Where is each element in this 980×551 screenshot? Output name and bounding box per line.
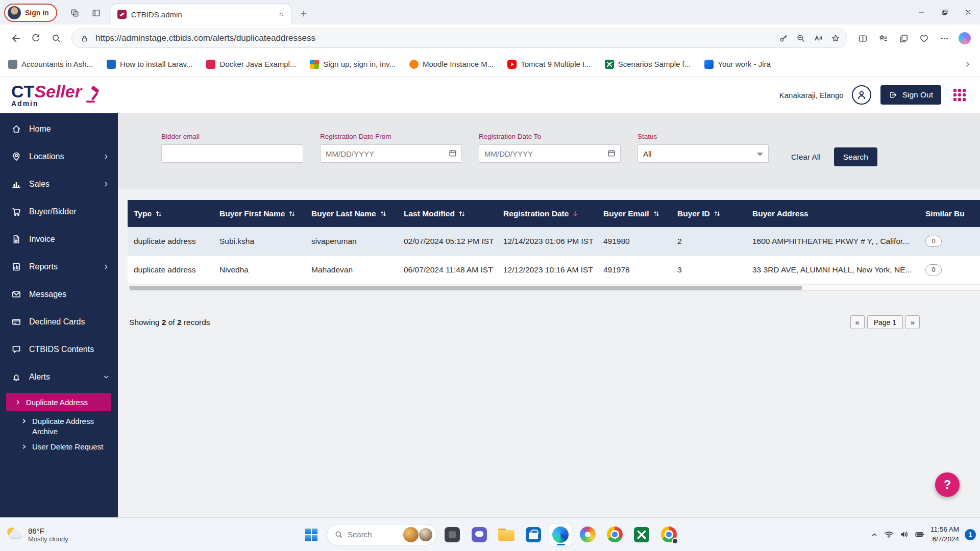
zoom-out-icon[interactable] bbox=[793, 30, 809, 46]
sidebar-item-reports[interactable]: Reports bbox=[0, 253, 118, 281]
similar-count-badge[interactable]: 0 bbox=[925, 236, 942, 247]
sidebar-subitem-user-delete-request[interactable]: User Delete Request bbox=[6, 442, 111, 451]
address-bar[interactable]: https://adminstage.ctbids.com/alerts/dup… bbox=[71, 29, 847, 48]
column-header-buyer-first-name[interactable]: Buyer First Name bbox=[213, 200, 305, 227]
registration-date-from-filter: Registration Date From bbox=[320, 133, 462, 189]
first-page-button[interactable]: « bbox=[850, 315, 865, 329]
bookmark-item[interactable]: Tomcat 9 Multiple I... bbox=[507, 60, 591, 69]
column-header-buyer-address[interactable]: Buyer Address bbox=[746, 200, 919, 227]
clock[interactable]: 11:56 AM 6/7/2024 bbox=[930, 525, 959, 543]
app-logo[interactable]: CTSeller Admin bbox=[11, 83, 103, 108]
tab-list-icon[interactable] bbox=[89, 5, 104, 20]
taskbar-app-edge[interactable] bbox=[549, 523, 572, 546]
collections-icon[interactable] bbox=[894, 29, 913, 47]
date-to-input[interactable] bbox=[479, 144, 621, 163]
sidebar-item-sales[interactable]: Sales bbox=[0, 170, 118, 198]
last-page-button[interactable]: » bbox=[905, 315, 920, 329]
horizontal-scrollbar[interactable] bbox=[128, 284, 980, 290]
column-header-buyer-last-name[interactable]: Buyer Last Name bbox=[305, 200, 398, 227]
hidden-icons-chevron-icon[interactable] bbox=[870, 531, 878, 539]
taskbar-app-chrome-profile[interactable] bbox=[657, 523, 680, 546]
status-select[interactable]: All bbox=[638, 144, 769, 163]
sign-out-button[interactable]: Sign Out bbox=[880, 85, 941, 105]
copilot-icon[interactable] bbox=[955, 29, 974, 47]
taskbar-app-chrome[interactable] bbox=[603, 523, 626, 546]
browser-profile-button[interactable]: Sign in bbox=[4, 4, 57, 22]
settings-more-icon[interactable] bbox=[935, 29, 953, 47]
bookmark-item[interactable]: Accountants in Ash... bbox=[8, 60, 93, 69]
close-button[interactable] bbox=[957, 0, 980, 24]
user-avatar-icon[interactable] bbox=[852, 85, 871, 105]
sidebar-item-home[interactable]: Home bbox=[0, 115, 118, 143]
column-header-buyer-email[interactable]: Buyer Email bbox=[597, 200, 671, 227]
volume-icon[interactable] bbox=[899, 530, 909, 539]
sidebar-item-declined-cards[interactable]: Declined Cards bbox=[0, 308, 118, 336]
sidebar-item-alerts[interactable]: Alerts bbox=[0, 363, 118, 391]
sidebar-subitem-duplicate-address-archive[interactable]: Duplicate Address Archive bbox=[6, 416, 111, 437]
search-button[interactable]: Search bbox=[834, 147, 877, 166]
bookmark-item[interactable]: How to install Larav... bbox=[107, 60, 192, 69]
add-favorite-star-icon[interactable] bbox=[827, 30, 844, 46]
column-header-buyer-id[interactable]: Buyer ID bbox=[671, 200, 746, 227]
taskbar-app-file-explorer[interactable] bbox=[495, 523, 518, 546]
search-highlight-thumbnail-icon[interactable] bbox=[418, 527, 433, 542]
start-button[interactable] bbox=[300, 523, 323, 546]
taskbar-search-input[interactable] bbox=[348, 530, 399, 539]
taskbar-app-dark[interactable] bbox=[440, 523, 464, 546]
sidebar-item-ctbids-contents[interactable]: CTBIDS Contents bbox=[0, 336, 118, 363]
help-button[interactable]: ? bbox=[935, 472, 960, 497]
notification-count-badge[interactable]: 1 bbox=[965, 529, 976, 540]
search-icon[interactable] bbox=[47, 29, 65, 47]
calendar-icon[interactable] bbox=[607, 148, 616, 158]
sidebar-item-buyer-bidder[interactable]: Buyer/Bidder bbox=[0, 198, 118, 226]
column-header-type[interactable]: Type bbox=[128, 200, 213, 227]
table-row[interactable]: duplicate address Subi.ksha sivaperuman … bbox=[128, 227, 980, 256]
taskbar-app-teams[interactable] bbox=[468, 523, 491, 546]
wifi-icon[interactable] bbox=[884, 530, 894, 539]
taskbar-app-excel[interactable] bbox=[630, 523, 653, 546]
app-grid-icon[interactable] bbox=[953, 89, 966, 101]
split-screen-icon[interactable] bbox=[853, 29, 872, 47]
refresh-icon[interactable] bbox=[27, 29, 45, 47]
browser-essentials-icon[interactable] bbox=[915, 29, 933, 47]
tab-close-icon[interactable] bbox=[276, 9, 287, 20]
back-icon[interactable] bbox=[6, 29, 24, 47]
sidebar-item-invoice[interactable]: Invoice bbox=[0, 226, 118, 253]
clear-all-button[interactable]: Clear All bbox=[791, 147, 821, 189]
date-from-input[interactable] bbox=[320, 144, 462, 163]
table-row[interactable]: duplicate address Nivedha Mahadevan 06/0… bbox=[128, 256, 980, 284]
scrollbar-thumb[interactable] bbox=[129, 286, 802, 290]
weather-widget[interactable]: 86°F Mostly cloudy bbox=[6, 527, 68, 543]
sidebar-item-messages[interactable]: Messages bbox=[0, 281, 118, 308]
column-header-similar-buyer[interactable]: Similar Bu bbox=[919, 200, 980, 227]
bookmark-item[interactable]: Docker Java Exampl... bbox=[206, 60, 296, 69]
sidebar-item-locations[interactable]: Locations bbox=[0, 143, 118, 170]
minimize-button[interactable] bbox=[910, 0, 933, 24]
sidebar-subitem-duplicate-address[interactable]: Duplicate Address bbox=[6, 393, 111, 411]
read-aloud-icon[interactable] bbox=[810, 30, 826, 46]
bidder-email-input[interactable] bbox=[161, 144, 303, 163]
calendar-icon[interactable] bbox=[448, 148, 457, 158]
workspaces-icon[interactable] bbox=[67, 5, 83, 20]
site-info-lock-icon[interactable] bbox=[76, 30, 92, 46]
similar-count-badge[interactable]: 0 bbox=[925, 264, 942, 276]
password-key-icon[interactable] bbox=[775, 30, 792, 46]
restore-button[interactable] bbox=[933, 0, 957, 24]
taskbar-search[interactable] bbox=[327, 524, 437, 545]
url-text[interactable]: https://adminstage.ctbids.com/alerts/dup… bbox=[93, 33, 774, 43]
bookmark-item[interactable]: Moodle Instance M... bbox=[409, 60, 494, 69]
taskbar-app-store[interactable] bbox=[522, 523, 545, 546]
column-header-registration-date[interactable]: Registration Date bbox=[497, 200, 597, 227]
taskbar-app-colorful[interactable] bbox=[576, 523, 599, 546]
new-tab-button[interactable] bbox=[296, 6, 311, 21]
bookmark-item[interactable]: Scenarios Sample f... bbox=[605, 60, 691, 69]
browser-tab[interactable]: CTBIDS.admin bbox=[111, 4, 291, 24]
registration-date-to-filter: Registration Date To bbox=[479, 133, 621, 189]
bookmarks-overflow-chevron-icon[interactable] bbox=[964, 60, 972, 68]
column-header-last-modified[interactable]: Last Modified bbox=[398, 200, 497, 227]
favorites-icon[interactable] bbox=[874, 29, 892, 47]
battery-icon[interactable] bbox=[915, 530, 925, 539]
bookmark-item[interactable]: Your work - Jira bbox=[704, 60, 771, 69]
search-highlight-thumbnail-icon[interactable] bbox=[403, 527, 419, 542]
bookmark-item[interactable]: Sign up, sign in, inv... bbox=[310, 60, 395, 69]
